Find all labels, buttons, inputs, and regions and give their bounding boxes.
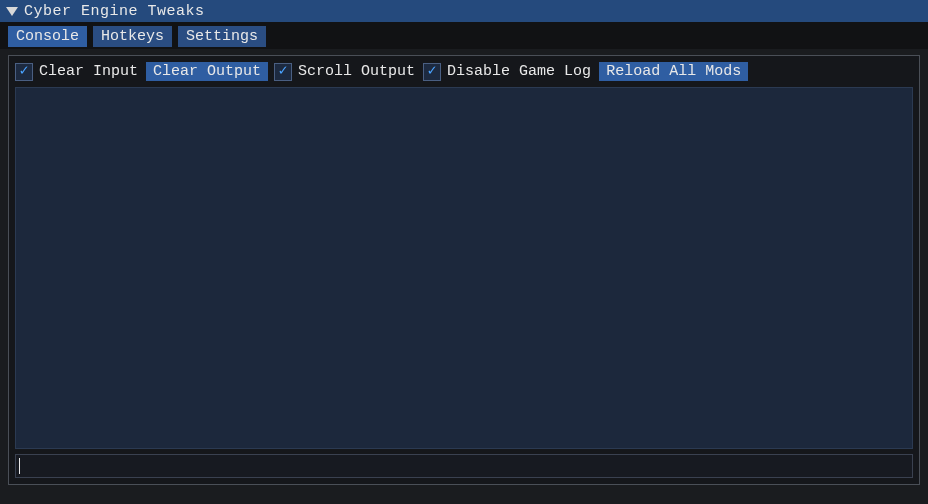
- console-input-row[interactable]: [15, 454, 913, 478]
- console-output[interactable]: [15, 87, 913, 449]
- scroll-output-label: Scroll Output: [298, 63, 415, 80]
- disable-game-log-checkbox[interactable]: ✓: [423, 63, 441, 81]
- tab-console[interactable]: Console: [8, 26, 87, 47]
- reload-all-mods-button[interactable]: Reload All Mods: [599, 62, 748, 81]
- disable-game-log-label: Disable Game Log: [447, 63, 591, 80]
- tab-hotkeys[interactable]: Hotkeys: [93, 26, 172, 47]
- tab-bar: Console Hotkeys Settings: [0, 22, 928, 49]
- check-icon: ✓: [19, 64, 28, 79]
- window-title: Cyber Engine Tweaks: [24, 3, 205, 20]
- console-input[interactable]: [20, 458, 909, 475]
- clear-input-checkbox[interactable]: ✓: [15, 63, 33, 81]
- scroll-output-checkbox[interactable]: ✓: [274, 63, 292, 81]
- tab-settings[interactable]: Settings: [178, 26, 266, 47]
- clear-output-button[interactable]: Clear Output: [146, 62, 268, 81]
- clear-input-label: Clear Input: [39, 63, 138, 80]
- check-icon: ✓: [428, 64, 437, 79]
- collapse-triangle-icon[interactable]: [6, 7, 18, 16]
- console-toolbar: ✓ Clear Input Clear Output ✓ Scroll Outp…: [15, 62, 913, 85]
- console-panel: ✓ Clear Input Clear Output ✓ Scroll Outp…: [8, 55, 920, 485]
- window-titlebar[interactable]: Cyber Engine Tweaks: [0, 0, 928, 22]
- check-icon: ✓: [279, 64, 288, 79]
